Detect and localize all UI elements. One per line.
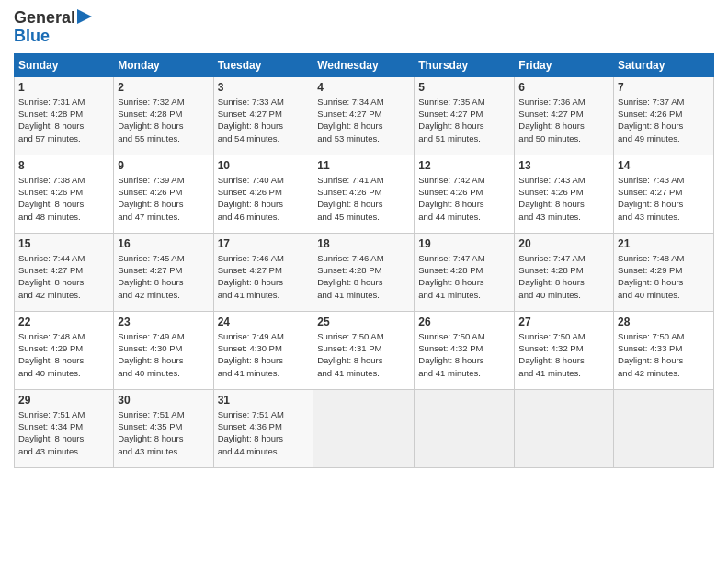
calendar-table: SundayMondayTuesdayWednesdayThursdayFrid… <box>14 53 714 468</box>
day-info: Sunrise: 7:50 AMSunset: 4:32 PMDaylight:… <box>518 330 609 379</box>
day-number: 30 <box>118 394 209 407</box>
day-info: Sunrise: 7:45 AMSunset: 4:27 PMDaylight:… <box>118 252 209 301</box>
day-info: Sunrise: 7:37 AMSunset: 4:26 PMDaylight:… <box>618 96 710 144</box>
day-number: 8 <box>18 159 109 172</box>
calendar-week-5: 29 Sunrise: 7:51 AMSunset: 4:34 PMDaylig… <box>15 389 714 467</box>
calendar-cell: 29 Sunrise: 7:51 AMSunset: 4:34 PMDaylig… <box>15 389 114 467</box>
day-number: 31 <box>218 394 310 407</box>
calendar-cell: 31 Sunrise: 7:51 AMSunset: 4:36 PMDaylig… <box>213 389 313 467</box>
calendar-cell: 12 Sunrise: 7:42 AMSunset: 4:26 PMDaylig… <box>415 155 515 233</box>
day-number: 12 <box>418 159 510 172</box>
logo-blue: Blue <box>14 27 50 45</box>
day-number: 23 <box>118 316 209 328</box>
day-number: 19 <box>418 237 510 250</box>
day-number: 10 <box>218 159 310 172</box>
day-number: 24 <box>218 316 310 328</box>
calendar-cell: 1 Sunrise: 7:31 AMSunset: 4:28 PMDayligh… <box>15 76 114 155</box>
calendar-cell <box>415 389 515 467</box>
calendar-cell: 16 Sunrise: 7:45 AMSunset: 4:27 PMDaylig… <box>114 233 213 311</box>
day-info: Sunrise: 7:36 AMSunset: 4:27 PMDaylight:… <box>518 96 609 144</box>
day-number: 6 <box>518 81 609 94</box>
day-number: 17 <box>218 237 310 250</box>
calendar-week-3: 15 Sunrise: 7:44 AMSunset: 4:27 PMDaylig… <box>15 233 714 311</box>
day-number: 14 <box>618 159 710 172</box>
day-number: 25 <box>317 316 410 328</box>
day-info: Sunrise: 7:31 AMSunset: 4:28 PMDaylight:… <box>18 96 109 144</box>
calendar-cell: 13 Sunrise: 7:43 AMSunset: 4:26 PMDaylig… <box>515 155 614 233</box>
calendar-week-2: 8 Sunrise: 7:38 AMSunset: 4:26 PMDayligh… <box>15 155 714 233</box>
day-info: Sunrise: 7:42 AMSunset: 4:26 PMDaylight:… <box>418 174 510 223</box>
day-info: Sunrise: 7:39 AMSunset: 4:26 PMDaylight:… <box>118 174 209 223</box>
day-number: 21 <box>618 237 710 250</box>
day-info: Sunrise: 7:50 AMSunset: 4:31 PMDaylight:… <box>317 330 410 379</box>
calendar-cell <box>614 389 714 467</box>
logo-general: General <box>14 9 75 28</box>
day-number: 29 <box>18 394 109 407</box>
day-info: Sunrise: 7:47 AMSunset: 4:28 PMDaylight:… <box>418 252 510 301</box>
calendar-cell: 20 Sunrise: 7:47 AMSunset: 4:28 PMDaylig… <box>515 233 614 311</box>
day-info: Sunrise: 7:41 AMSunset: 4:26 PMDaylight:… <box>317 174 410 223</box>
calendar-cell: 2 Sunrise: 7:32 AMSunset: 4:28 PMDayligh… <box>114 76 213 155</box>
day-number: 5 <box>418 81 510 94</box>
day-info: Sunrise: 7:35 AMSunset: 4:27 PMDaylight:… <box>418 96 510 144</box>
calendar-cell: 11 Sunrise: 7:41 AMSunset: 4:26 PMDaylig… <box>313 155 415 233</box>
logo: General Blue <box>14 9 92 46</box>
calendar-cell: 24 Sunrise: 7:49 AMSunset: 4:30 PMDaylig… <box>213 311 313 389</box>
day-number: 2 <box>118 81 209 94</box>
calendar-cell <box>515 389 614 467</box>
calendar-cell: 9 Sunrise: 7:39 AMSunset: 4:26 PMDayligh… <box>114 155 213 233</box>
day-number: 9 <box>118 159 209 172</box>
weekday-header-sunday: Sunday <box>15 53 114 76</box>
weekday-header-tuesday: Tuesday <box>213 53 313 76</box>
weekday-header-wednesday: Wednesday <box>313 53 415 76</box>
day-info: Sunrise: 7:49 AMSunset: 4:30 PMDaylight:… <box>118 330 209 379</box>
calendar-cell: 23 Sunrise: 7:49 AMSunset: 4:30 PMDaylig… <box>114 311 213 389</box>
calendar-cell: 19 Sunrise: 7:47 AMSunset: 4:28 PMDaylig… <box>415 233 515 311</box>
day-info: Sunrise: 7:51 AMSunset: 4:36 PMDaylight:… <box>218 408 310 457</box>
day-number: 1 <box>18 81 109 94</box>
calendar-cell: 28 Sunrise: 7:50 AMSunset: 4:33 PMDaylig… <box>614 311 714 389</box>
day-number: 18 <box>317 237 410 250</box>
calendar-cell: 18 Sunrise: 7:46 AMSunset: 4:28 PMDaylig… <box>313 233 415 311</box>
calendar-cell: 30 Sunrise: 7:51 AMSunset: 4:35 PMDaylig… <box>114 389 213 467</box>
calendar-cell: 7 Sunrise: 7:37 AMSunset: 4:26 PMDayligh… <box>614 76 714 155</box>
day-info: Sunrise: 7:48 AMSunset: 4:29 PMDaylight:… <box>618 252 710 301</box>
calendar-cell: 27 Sunrise: 7:50 AMSunset: 4:32 PMDaylig… <box>515 311 614 389</box>
day-number: 13 <box>518 159 609 172</box>
day-info: Sunrise: 7:46 AMSunset: 4:27 PMDaylight:… <box>218 252 310 301</box>
day-info: Sunrise: 7:51 AMSunset: 4:34 PMDaylight:… <box>18 408 109 457</box>
calendar-week-1: 1 Sunrise: 7:31 AMSunset: 4:28 PMDayligh… <box>15 76 714 155</box>
day-info: Sunrise: 7:47 AMSunset: 4:28 PMDaylight:… <box>518 252 609 301</box>
calendar-cell: 15 Sunrise: 7:44 AMSunset: 4:27 PMDaylig… <box>15 233 114 311</box>
day-number: 26 <box>418 316 510 328</box>
day-info: Sunrise: 7:48 AMSunset: 4:29 PMDaylight:… <box>18 330 109 379</box>
calendar-cell: 6 Sunrise: 7:36 AMSunset: 4:27 PMDayligh… <box>515 76 614 155</box>
day-number: 20 <box>518 237 609 250</box>
day-number: 28 <box>618 316 710 328</box>
calendar-cell: 25 Sunrise: 7:50 AMSunset: 4:31 PMDaylig… <box>313 311 415 389</box>
day-info: Sunrise: 7:50 AMSunset: 4:32 PMDaylight:… <box>418 330 510 379</box>
day-number: 27 <box>518 316 609 328</box>
calendar-cell: 14 Sunrise: 7:43 AMSunset: 4:27 PMDaylig… <box>614 155 714 233</box>
weekday-header-monday: Monday <box>114 53 213 76</box>
day-info: Sunrise: 7:34 AMSunset: 4:27 PMDaylight:… <box>317 96 410 144</box>
day-number: 3 <box>218 81 310 94</box>
calendar-week-4: 22 Sunrise: 7:48 AMSunset: 4:29 PMDaylig… <box>15 311 714 389</box>
calendar-cell: 26 Sunrise: 7:50 AMSunset: 4:32 PMDaylig… <box>415 311 515 389</box>
calendar-cell: 10 Sunrise: 7:40 AMSunset: 4:26 PMDaylig… <box>213 155 313 233</box>
day-info: Sunrise: 7:33 AMSunset: 4:27 PMDaylight:… <box>218 96 310 144</box>
day-info: Sunrise: 7:32 AMSunset: 4:28 PMDaylight:… <box>118 96 209 144</box>
calendar-cell <box>313 389 415 467</box>
day-info: Sunrise: 7:49 AMSunset: 4:30 PMDaylight:… <box>218 330 310 379</box>
calendar-cell: 17 Sunrise: 7:46 AMSunset: 4:27 PMDaylig… <box>213 233 313 311</box>
day-info: Sunrise: 7:44 AMSunset: 4:27 PMDaylight:… <box>18 252 109 301</box>
calendar-cell: 22 Sunrise: 7:48 AMSunset: 4:29 PMDaylig… <box>15 311 114 389</box>
day-info: Sunrise: 7:38 AMSunset: 4:26 PMDaylight:… <box>18 174 109 223</box>
day-number: 11 <box>317 159 410 172</box>
calendar-cell: 21 Sunrise: 7:48 AMSunset: 4:29 PMDaylig… <box>614 233 714 311</box>
calendar-cell: 4 Sunrise: 7:34 AMSunset: 4:27 PMDayligh… <box>313 76 415 155</box>
day-info: Sunrise: 7:46 AMSunset: 4:28 PMDaylight:… <box>317 252 410 301</box>
day-number: 22 <box>18 316 109 328</box>
day-info: Sunrise: 7:43 AMSunset: 4:26 PMDaylight:… <box>518 174 609 223</box>
day-info: Sunrise: 7:50 AMSunset: 4:33 PMDaylight:… <box>618 330 710 379</box>
